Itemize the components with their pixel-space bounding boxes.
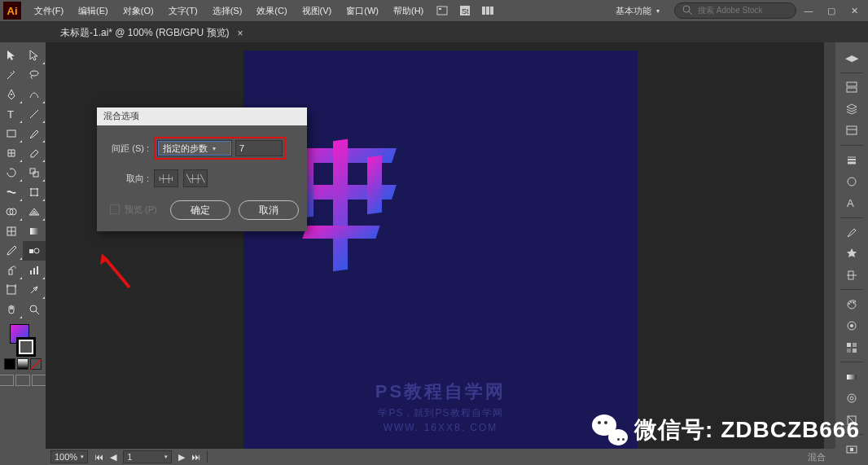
shaper-tool[interactable] — [0, 143, 23, 163]
tab-close-icon[interactable]: × — [238, 28, 243, 39]
orient-align-path[interactable]: ╲┼┼╲ — [183, 169, 208, 187]
vertical-scrollbar[interactable] — [824, 42, 835, 449]
perspective-grid-tool[interactable] — [23, 202, 46, 222]
nav-next-icon[interactable]: ▶ — [178, 452, 185, 463]
tab-title: 未标题-1.ai* @ 100% (RGB/GPU 预览) — [60, 26, 230, 40]
nav-prev-icon[interactable]: ◀ — [110, 452, 116, 463]
line-tool[interactable] — [23, 104, 46, 124]
stock-icon[interactable]: St — [457, 2, 473, 19]
menu-object[interactable]: 对象(O) — [116, 2, 160, 20]
width-tool[interactable] — [0, 182, 23, 202]
appearance-panel-icon[interactable] — [838, 388, 866, 410]
gradient-mode[interactable] — [17, 358, 28, 370]
maximize-button[interactable]: ▢ — [822, 4, 841, 17]
eraser-tool[interactable] — [23, 143, 46, 163]
color-guide-panel-icon[interactable] — [838, 315, 866, 337]
bridge-icon[interactable] — [434, 2, 450, 19]
color-panel-icon[interactable] — [838, 293, 866, 315]
menu-help[interactable]: 帮助(H) — [387, 2, 430, 20]
menubar: Ai 文件(F) 编辑(E) 对象(O) 文字(T) 选择(S) 效果(C) 视… — [0, 0, 868, 21]
menu-window[interactable]: 窗口(W) — [340, 2, 385, 20]
menu-select[interactable]: 选择(S) — [206, 2, 249, 20]
artboard-tool[interactable] — [0, 280, 23, 300]
highlight-box: 指定的步数▾ 7 — [154, 137, 286, 160]
mesh-tool[interactable] — [0, 222, 23, 241]
column-graph-tool[interactable] — [23, 261, 46, 280]
zoom-dropdown[interactable]: 100%▾ — [50, 450, 88, 463]
solid-color-mode[interactable] — [4, 358, 15, 370]
nav-last-icon[interactable]: ⏭ — [191, 452, 200, 462]
fill-stroke-control[interactable] — [7, 324, 39, 357]
gradient-panel-icon[interactable] — [838, 366, 866, 388]
libraries-panel-icon[interactable] — [838, 120, 866, 142]
none-mode[interactable] — [30, 358, 42, 370]
orient-align-page[interactable]: ı┼┼ı — [154, 169, 178, 187]
svg-rect-42 — [847, 126, 857, 134]
close-button[interactable]: ✕ — [844, 4, 864, 17]
menu-file[interactable]: 文件(F) — [28, 2, 70, 20]
search-icon — [682, 4, 695, 17]
rectangle-tool[interactable] — [0, 124, 23, 143]
transparency-panel-icon[interactable] — [838, 170, 866, 192]
direct-selection-tool[interactable] — [23, 46, 46, 65]
shape-builder-tool[interactable] — [0, 202, 23, 222]
lasso-tool[interactable] — [23, 65, 46, 85]
spacing-dropdown[interactable]: 指定的步数▾ — [157, 140, 232, 156]
dialog-title[interactable]: 混合选项 — [97, 107, 307, 125]
svg-rect-16 — [31, 189, 37, 195]
slice-tool[interactable] — [23, 280, 46, 300]
brushes-panel-icon[interactable] — [838, 221, 866, 243]
stroke-panel-icon[interactable] — [838, 149, 866, 171]
menu-effect[interactable]: 效果(C) — [250, 2, 293, 20]
spacing-value-input[interactable]: 7 — [235, 140, 283, 156]
svg-text:T: T — [7, 108, 14, 121]
watermark: PS教程自学网 学PS，就到PS教程自学网 WWW. 16XX8. COM — [243, 379, 638, 433]
menu-type[interactable]: 文字(T) — [162, 2, 204, 20]
blend-tool[interactable] — [23, 241, 46, 261]
arrange-icon[interactable] — [480, 2, 496, 19]
cancel-button[interactable]: 取消 — [239, 200, 299, 220]
paintbrush-tool[interactable] — [23, 124, 46, 143]
free-transform-tool[interactable] — [23, 182, 46, 202]
symbol-sprayer-tool[interactable] — [0, 261, 23, 280]
hand-tool[interactable] — [0, 300, 23, 319]
status-bar: 100%▾ ⏮ ◀ 1▾ ▶ ⏭ 混合 — [46, 449, 835, 465]
selection-tool[interactable] — [0, 46, 23, 65]
panel-expand-icon[interactable]: ◀▶ — [838, 47, 866, 69]
gradient-tool[interactable] — [23, 222, 46, 241]
minimize-button[interactable]: — — [799, 4, 818, 17]
pen-tool[interactable] — [0, 85, 23, 104]
nav-first-icon[interactable]: ⏮ — [94, 452, 103, 462]
rotate-tool[interactable] — [0, 163, 23, 182]
draw-inside[interactable] — [32, 375, 46, 386]
draw-normal[interactable] — [0, 375, 14, 386]
document-tab[interactable]: 未标题-1.ai* @ 100% (RGB/GPU 预览) × — [52, 23, 252, 42]
zoom-tool[interactable] — [23, 300, 46, 319]
menu-view[interactable]: 视图(V) — [296, 2, 339, 20]
type-panel-icon[interactable]: A — [838, 192, 866, 214]
align-panel-icon[interactable] — [838, 265, 866, 287]
swatches-panel-icon[interactable] — [838, 337, 866, 359]
curvature-tool[interactable] — [23, 85, 46, 104]
type-tool[interactable]: T — [0, 104, 23, 124]
svg-rect-35 — [7, 286, 15, 294]
svg-rect-15 — [33, 172, 38, 177]
search-field[interactable]: 搜索 Adobe Stock — [674, 2, 796, 19]
ok-button[interactable]: 确定 — [170, 200, 230, 220]
eyedropper-tool[interactable] — [0, 241, 23, 261]
svg-rect-32 — [30, 270, 32, 274]
symbols-panel-icon[interactable] — [838, 243, 866, 265]
scale-tool[interactable] — [23, 163, 46, 182]
properties-panel-icon[interactable] — [838, 77, 866, 99]
stroke-swatch[interactable] — [16, 337, 36, 357]
canvas[interactable]: PS教程自学网 学PS，就到PS教程自学网 WWW. 16XX8. COM — [46, 42, 835, 449]
draw-behind[interactable] — [15, 375, 30, 386]
layers-panel-icon[interactable] — [838, 98, 866, 120]
watermark-url: WWW. 16XX8. COM — [243, 422, 638, 433]
menu-edit[interactable]: 编辑(E) — [72, 2, 115, 20]
svg-point-53 — [853, 301, 854, 303]
svg-point-18 — [37, 188, 38, 190]
magic-wand-tool[interactable] — [0, 65, 23, 85]
workspace-switcher[interactable]: 基本功能▾ — [607, 3, 668, 19]
artboard-nav-dropdown[interactable]: 1▾ — [123, 450, 172, 463]
